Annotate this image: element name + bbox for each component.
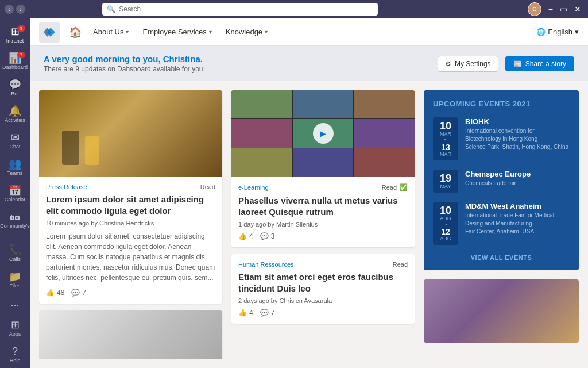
- like-count-2: 4: [249, 232, 253, 240]
- community-icon: 🏘: [10, 212, 20, 222]
- title-bar: ‹ › 🔍 C − ▭ ✕: [0, 0, 588, 18]
- like-icon-3: 👍: [238, 309, 247, 317]
- globe-icon: 🌐: [536, 28, 546, 36]
- comment-count-1: 7: [82, 289, 86, 297]
- activities-icon: 🔔: [9, 106, 21, 116]
- apps-icon: ⊞: [11, 320, 20, 330]
- event-location-3: Fair Center, Anaheim, USA: [465, 228, 570, 236]
- my-settings-button[interactable]: ⚙ My Settings: [438, 56, 498, 72]
- article-read-3: Read: [393, 261, 408, 268]
- nav-item-about[interactable]: About Us ▾: [91, 25, 131, 39]
- event-date-box-3: 10 AUG ~ 12 AUG: [433, 202, 458, 245]
- event-date-box-1: 10 MAR ~ 13 MAR: [433, 117, 458, 160]
- intranet-badge: 9: [17, 25, 25, 32]
- article-like-button-1[interactable]: 👍 48: [46, 289, 64, 297]
- forward-button[interactable]: ›: [16, 5, 25, 14]
- search-input[interactable]: [119, 5, 373, 13]
- maximize-button[interactable]: ▭: [558, 5, 570, 14]
- comment-icon-1: 💬: [71, 289, 80, 297]
- article-category-1: Press Release: [46, 183, 87, 190]
- sidebar-item-files[interactable]: 📁 Files: [1, 268, 29, 292]
- video-cell: [231, 148, 292, 177]
- minimize-button[interactable]: −: [546, 5, 555, 14]
- search-bar[interactable]: 🔍: [102, 3, 378, 16]
- nav-about-label: About Us: [93, 28, 123, 36]
- sidebar-label-activities: Activities: [5, 117, 25, 123]
- article-comment-button-2[interactable]: 💬 3: [260, 232, 275, 240]
- event-date-2: 19 MAY: [433, 170, 458, 193]
- sidebar-label-calls: Calls: [9, 256, 21, 262]
- list-item: ▶ e-Learning Read ✅ Phas: [231, 90, 415, 359]
- article-author-2: 1 day ago by Martin Silenius: [238, 221, 408, 228]
- sidebar-item-calendar[interactable]: 📅 Calendar: [1, 182, 29, 206]
- article-actions-1: 👍 48 💬 7: [46, 289, 215, 297]
- event-day-2: 19: [438, 173, 454, 183]
- event-date-1: 10 MAR ~ 13 MAR: [433, 117, 458, 160]
- article-read-1: Read: [200, 183, 215, 190]
- video-thumbnail[interactable]: ▶: [231, 90, 415, 177]
- language-selector[interactable]: 🌐 English ▾: [536, 28, 579, 36]
- sidebar-item-bot[interactable]: 💬 Bot: [1, 76, 29, 100]
- articles-row-top: Press Release Read Lorem ipsum dolor sit…: [39, 90, 415, 359]
- like-count-3: 4: [249, 309, 253, 317]
- event-month-1: MAR: [438, 131, 454, 137]
- sidebar-label-apps: Apps: [9, 331, 21, 337]
- files-icon: 📁: [9, 271, 21, 282]
- top-nav: 🏠 About Us ▾ Employee Services ▾ Knowled…: [30, 18, 588, 46]
- event-day-1: 10: [438, 121, 454, 131]
- sidebar-item-dashboard[interactable]: 📊 Dashboard 7: [1, 49, 29, 74]
- sidebar-item-teams[interactable]: 👥 Teams: [1, 155, 29, 179]
- article-comment-button-3[interactable]: 💬 7: [260, 309, 275, 317]
- sidebar-label-intranet: Intranet: [6, 38, 24, 44]
- sidebar-label-chat: Chat: [9, 144, 20, 150]
- event-month-2: MAY: [438, 183, 454, 189]
- sidebar-item-apps[interactable]: ⊞ Apps: [1, 316, 29, 340]
- back-button[interactable]: ‹: [5, 5, 14, 14]
- events-bottom-image: [424, 279, 579, 343]
- nav-item-knowledge[interactable]: Knowledge ▾: [223, 25, 270, 39]
- comment-count-3: 7: [271, 309, 275, 317]
- sidebar-item-more[interactable]: ···: [1, 297, 29, 314]
- like-icon-2: 👍: [238, 232, 247, 240]
- video-cell: [293, 90, 354, 118]
- close-button[interactable]: ✕: [572, 5, 583, 14]
- sidebar-item-community[interactable]: 🏘 Community's: [1, 208, 29, 232]
- nav-item-employee[interactable]: Employee Services ▾: [140, 25, 214, 39]
- article-title-2: Phasellus viverra nulla ut metus varius …: [238, 195, 408, 217]
- article-card-1: Press Release Read Lorem ipsum dolor sit…: [39, 90, 222, 304]
- sidebar-item-help[interactable]: ? Help: [1, 343, 29, 367]
- event-info-3: MD&M West Anaheim International Trade Fa…: [465, 202, 570, 236]
- home-icon[interactable]: 🏠: [69, 26, 82, 39]
- list-item: 19 MAY Chemspec Europe Chemicals trade f…: [433, 170, 570, 193]
- list-item: Press Release Read Lorem ipsum dolor sit…: [39, 90, 222, 359]
- share-story-button[interactable]: 📰 Share a story: [505, 56, 574, 71]
- sidebar-item-calls[interactable]: 📞 Calls: [1, 241, 29, 266]
- article-like-button-2[interactable]: 👍 4: [238, 232, 253, 240]
- read-check-icon: ✅: [399, 183, 408, 191]
- article-excerpt-1: Lorem ipsum dolor sit amet, consectetuer…: [46, 231, 215, 283]
- sidebar-item-intranet[interactable]: ⊞ Intranet 9: [1, 23, 29, 47]
- article-like-button-3[interactable]: 👍 4: [238, 309, 253, 317]
- sidebar-label-calendar: Calendar: [5, 197, 26, 202]
- comment-icon-3: 💬: [260, 309, 269, 317]
- play-button[interactable]: ▶: [313, 123, 334, 144]
- events-title: UPCOMING EVENTS 2021: [433, 99, 570, 108]
- user-avatar[interactable]: C: [528, 2, 541, 16]
- welcome-banner: A very good morning to you, Christina. T…: [30, 46, 588, 81]
- teams-icon: 👥: [9, 159, 21, 169]
- view-all-events-link[interactable]: VIEW ALL EVENTS: [433, 254, 570, 261]
- article-image-lab: [39, 310, 222, 359]
- article-comment-button-1[interactable]: 💬 7: [71, 289, 86, 297]
- event-desc-2: Chemicals trade fair: [465, 179, 570, 187]
- greeting-name: Christina.: [163, 54, 203, 64]
- sidebar: ⊞ Intranet 9 📊 Dashboard 7 💬 Bot 🔔 Activ…: [0, 18, 30, 368]
- sidebar-item-chat[interactable]: ✉ Chat: [1, 129, 29, 153]
- sidebar-item-activities[interactable]: 🔔 Activities: [1, 102, 29, 126]
- event-location-1: Science Park, Shatin, Hong Kong, China: [465, 143, 570, 151]
- like-count-1: 48: [57, 289, 64, 297]
- event-day-3: 10: [438, 205, 454, 216]
- title-bar-right: C − ▭ ✕: [528, 2, 583, 16]
- help-icon: ?: [12, 346, 18, 356]
- video-cell: [231, 119, 292, 147]
- sidebar-label-files: Files: [9, 283, 20, 289]
